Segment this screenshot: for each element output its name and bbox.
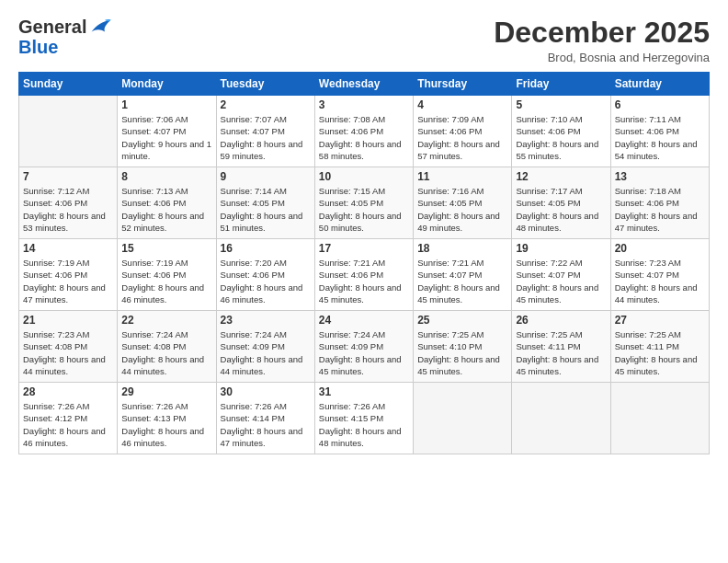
day-info: Sunrise: 7:24 AMSunset: 4:09 PMDaylight:… [221,329,303,376]
day-of-week-header: Saturday [610,73,709,96]
day-info: Sunrise: 7:07 AMSunset: 4:07 PMDaylight:… [221,114,303,161]
calendar-cell: 21 Sunrise: 7:23 AMSunset: 4:08 PMDaylig… [19,311,118,383]
day-number: 21 [23,314,113,327]
day-info: Sunrise: 7:08 AMSunset: 4:06 PMDaylight:… [319,114,402,161]
calendar-cell: 23 Sunrise: 7:24 AMSunset: 4:09 PMDaylig… [216,311,314,383]
day-number: 25 [417,314,507,327]
day-info: Sunrise: 7:19 AMSunset: 4:06 PMDaylight:… [23,258,106,304]
calendar-cell: 18 Sunrise: 7:21 AMSunset: 4:07 PMDaylig… [414,239,512,311]
day-info: Sunrise: 7:26 AMSunset: 4:12 PMDaylight:… [23,401,106,448]
location: Brod, Bosnia and Herzegovina [494,51,710,64]
day-number: 6 [615,98,705,111]
calendar-cell [414,383,512,454]
logo-text: General [18,17,86,37]
calendar-cell: 13 Sunrise: 7:18 AMSunset: 4:06 PMDaylig… [610,167,709,239]
day-number: 28 [23,385,113,398]
day-number: 16 [221,242,311,255]
calendar-cell: 9 Sunrise: 7:14 AMSunset: 4:05 PMDayligh… [216,167,314,239]
calendar-cell: 20 Sunrise: 7:23 AMSunset: 4:07 PMDaylig… [610,239,709,311]
day-number: 13 [615,170,705,183]
page: General Blue December 2025 Brod, Bosnia … [0,0,728,563]
calendar-cell: 3 Sunrise: 7:08 AMSunset: 4:06 PMDayligh… [314,96,413,167]
calendar-cell: 31 Sunrise: 7:26 AMSunset: 4:15 PMDaylig… [314,383,413,454]
day-info: Sunrise: 7:22 AMSunset: 4:07 PMDaylight:… [516,258,598,304]
day-info: Sunrise: 7:14 AMSunset: 4:05 PMDaylight:… [221,186,303,233]
day-info: Sunrise: 7:26 AMSunset: 4:14 PMDaylight:… [221,401,303,448]
day-number: 5 [516,98,606,111]
calendar-cell [610,383,709,454]
calendar-cell: 15 Sunrise: 7:19 AMSunset: 4:06 PMDaylig… [118,239,216,311]
calendar-cell: 4 Sunrise: 7:09 AMSunset: 4:06 PMDayligh… [414,96,512,167]
calendar-cell: 25 Sunrise: 7:25 AMSunset: 4:10 PMDaylig… [414,311,512,383]
day-number: 11 [417,170,507,183]
day-info: Sunrise: 7:19 AMSunset: 4:06 PMDaylight:… [121,258,204,304]
header: General Blue December 2025 Brod, Bosnia … [18,17,710,64]
day-number: 8 [121,170,211,183]
day-info: Sunrise: 7:25 AMSunset: 4:11 PMDaylight:… [516,329,598,376]
calendar-cell: 7 Sunrise: 7:12 AMSunset: 4:06 PMDayligh… [19,167,118,239]
day-number: 10 [319,170,409,183]
day-of-week-header: Friday [512,73,610,96]
calendar-week-row: 28 Sunrise: 7:26 AMSunset: 4:12 PMDaylig… [19,383,710,454]
month-title: December 2025 [494,17,710,49]
day-number: 22 [121,314,211,327]
day-number: 23 [221,314,311,327]
day-info: Sunrise: 7:23 AMSunset: 4:08 PMDaylight:… [23,329,106,376]
day-number: 12 [516,170,606,183]
day-info: Sunrise: 7:24 AMSunset: 4:09 PMDaylight:… [319,329,402,376]
day-info: Sunrise: 7:06 AMSunset: 4:07 PMDaylight:… [121,114,211,161]
day-info: Sunrise: 7:21 AMSunset: 4:07 PMDaylight:… [417,258,500,304]
day-number: 4 [417,98,507,111]
day-info: Sunrise: 7:23 AMSunset: 4:07 PMDaylight:… [615,258,698,304]
calendar-cell: 24 Sunrise: 7:24 AMSunset: 4:09 PMDaylig… [314,311,413,383]
calendar-week-row: 7 Sunrise: 7:12 AMSunset: 4:06 PMDayligh… [19,167,710,239]
day-number: 18 [417,242,507,255]
calendar-cell: 2 Sunrise: 7:07 AMSunset: 4:07 PMDayligh… [216,96,314,167]
day-number: 15 [121,242,211,255]
day-info: Sunrise: 7:09 AMSunset: 4:06 PMDaylight:… [417,114,500,161]
calendar-header-row: SundayMondayTuesdayWednesdayThursdayFrid… [19,73,710,96]
day-of-week-header: Wednesday [314,73,413,96]
day-number: 27 [615,314,705,327]
calendar-cell: 8 Sunrise: 7:13 AMSunset: 4:06 PMDayligh… [118,167,216,239]
calendar-cell [19,96,118,167]
day-info: Sunrise: 7:12 AMSunset: 4:06 PMDaylight:… [23,186,106,233]
calendar-week-row: 1 Sunrise: 7:06 AMSunset: 4:07 PMDayligh… [19,96,710,167]
day-of-week-header: Tuesday [216,73,314,96]
day-number: 29 [121,385,211,398]
calendar-cell [512,383,610,454]
day-number: 9 [221,170,311,183]
calendar-cell: 26 Sunrise: 7:25 AMSunset: 4:11 PMDaylig… [512,311,610,383]
calendar-cell: 12 Sunrise: 7:17 AMSunset: 4:05 PMDaylig… [512,167,610,239]
calendar-cell: 30 Sunrise: 7:26 AMSunset: 4:14 PMDaylig… [216,383,314,454]
day-info: Sunrise: 7:20 AMSunset: 4:06 PMDaylight:… [221,258,303,304]
day-of-week-header: Thursday [414,73,512,96]
day-info: Sunrise: 7:24 AMSunset: 4:08 PMDaylight:… [121,329,204,376]
day-number: 3 [319,98,409,111]
calendar-table: SundayMondayTuesdayWednesdayThursdayFrid… [18,72,710,454]
calendar-cell: 10 Sunrise: 7:15 AMSunset: 4:05 PMDaylig… [314,167,413,239]
bird-icon [90,18,112,35]
calendar-cell: 29 Sunrise: 7:26 AMSunset: 4:13 PMDaylig… [118,383,216,454]
calendar-cell: 17 Sunrise: 7:21 AMSunset: 4:06 PMDaylig… [314,239,413,311]
day-number: 7 [23,170,113,183]
day-info: Sunrise: 7:25 AMSunset: 4:10 PMDaylight:… [417,329,500,376]
day-of-week-header: Sunday [19,73,118,96]
day-number: 17 [319,242,409,255]
day-info: Sunrise: 7:18 AMSunset: 4:06 PMDaylight:… [615,186,698,233]
day-number: 2 [221,98,311,111]
day-number: 26 [516,314,606,327]
calendar-cell: 27 Sunrise: 7:25 AMSunset: 4:11 PMDaylig… [610,311,709,383]
calendar-cell: 22 Sunrise: 7:24 AMSunset: 4:08 PMDaylig… [118,311,216,383]
logo-blue-text: Blue [18,37,58,57]
day-number: 1 [121,98,211,111]
calendar-cell: 1 Sunrise: 7:06 AMSunset: 4:07 PMDayligh… [118,96,216,167]
calendar-cell: 16 Sunrise: 7:20 AMSunset: 4:06 PMDaylig… [216,239,314,311]
day-of-week-header: Monday [118,73,216,96]
day-info: Sunrise: 7:13 AMSunset: 4:06 PMDaylight:… [121,186,204,233]
day-info: Sunrise: 7:26 AMSunset: 4:15 PMDaylight:… [319,401,402,448]
title-block: December 2025 Brod, Bosnia and Herzegovi… [494,17,710,64]
day-info: Sunrise: 7:25 AMSunset: 4:11 PMDaylight:… [615,329,698,376]
day-info: Sunrise: 7:10 AMSunset: 4:06 PMDaylight:… [516,114,598,161]
calendar-cell: 28 Sunrise: 7:26 AMSunset: 4:12 PMDaylig… [19,383,118,454]
